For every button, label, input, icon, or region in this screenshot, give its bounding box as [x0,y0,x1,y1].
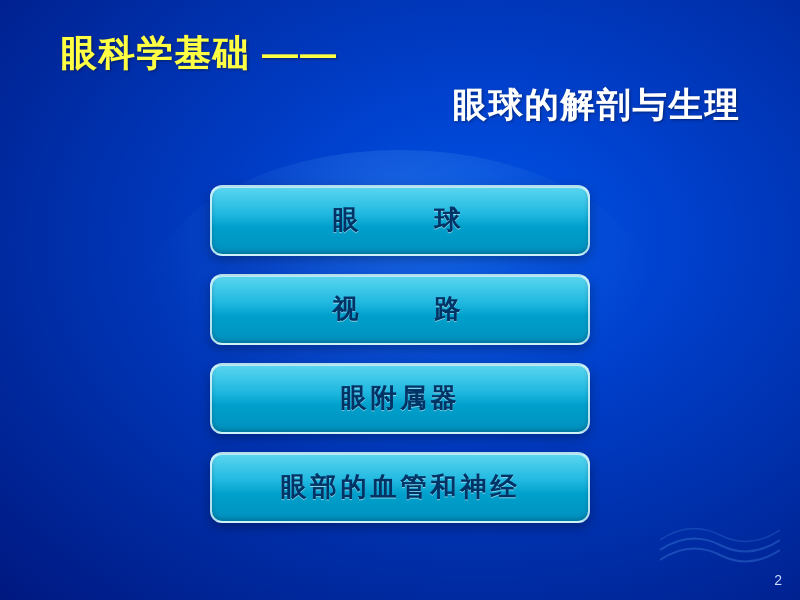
btn-eye-ball[interactable]: 眼 球 [210,185,590,256]
btn-visual-path[interactable]: 视 路 [210,274,590,345]
menu-buttons-container: 眼 球 视 路 眼附属器 眼部的血管和神经 [190,185,610,523]
slide: 眼科学基础 —— 眼球的解剖与生理 眼 球 视 路 眼附属器 眼部的血管和神经 … [0,0,800,600]
title-line2: 眼球的解剖与生理 [60,83,740,129]
btn-vessels-label: 眼部的血管和神经 [280,472,520,502]
btn-accessory-label: 眼附属器 [340,383,460,413]
page-number: 2 [774,572,782,588]
title-area: 眼科学基础 —— 眼球的解剖与生理 [60,30,740,129]
btn-eye-ball-label: 眼 球 [332,205,468,235]
wave-decoration [660,490,780,570]
btn-vessels[interactable]: 眼部的血管和神经 [210,452,590,523]
btn-accessory[interactable]: 眼附属器 [210,363,590,434]
btn-visual-path-label: 视 路 [332,294,468,324]
title-line1: 眼科学基础 —— [60,30,740,79]
